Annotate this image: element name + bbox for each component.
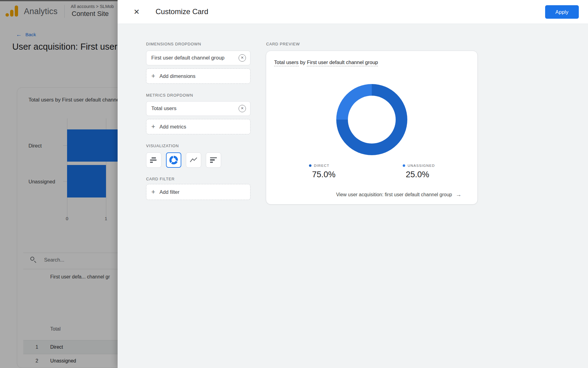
preview-title-dimension[interactable]: First user default channel group (307, 59, 378, 66)
plus-icon: + (151, 72, 155, 80)
plus-icon: + (151, 123, 155, 131)
legend-item-unassigned: UNASSIGNED 25.0% (403, 164, 435, 179)
plus-icon: + (151, 188, 155, 196)
donut-hole (348, 96, 396, 144)
panel-header: ✕ Customize Card Apply (118, 0, 588, 24)
legend-dot-direct (309, 164, 311, 167)
dimension-chip-label: First user default channel group (151, 55, 239, 61)
preview-card-title: Total usersbyFirst user default channel … (274, 59, 378, 65)
bar-chart-icon (150, 157, 157, 163)
card-filter-section-label: CARD FILTER (146, 177, 175, 181)
legend-item-direct: DIRECT 75.0% (309, 164, 336, 179)
donut-chart-icon (169, 156, 178, 164)
viz-line-chart-button[interactable] (186, 152, 201, 168)
add-dimensions-button[interactable]: + Add dimensions (146, 68, 251, 84)
close-icon: ✕ (134, 8, 140, 16)
legend-value-direct: 75.0% (312, 170, 336, 179)
remove-dimension-icon[interactable]: ✕ (239, 54, 246, 62)
remove-metric-icon[interactable]: ✕ (239, 105, 246, 112)
dimensions-section-label: DIMENSIONS DROPDOWN (146, 42, 201, 46)
metric-chip-label: Total users (151, 105, 239, 112)
donut-chart (336, 84, 407, 155)
add-filter-button[interactable]: + Add filter (146, 184, 251, 200)
visualization-options (146, 152, 221, 168)
viz-donut-chart-button[interactable] (166, 152, 181, 168)
metrics-section-label: METRICS DROPDOWN (146, 93, 193, 98)
view-report-link[interactable]: View user acquisition: first user defaul… (336, 191, 462, 198)
close-button[interactable]: ✕ (130, 6, 143, 18)
customize-card-panel: ✕ Customize Card Apply DIMENSIONS DROPDO… (118, 0, 588, 368)
card-preview-section-label: CARD PREVIEW (266, 42, 300, 46)
viz-bar-chart-button[interactable] (146, 152, 161, 168)
panel-title: Customize Card (156, 7, 208, 16)
card-preview: Total usersbyFirst user default channel … (266, 51, 478, 205)
apply-button[interactable]: Apply (545, 5, 579, 19)
legend-dot-unassigned (403, 164, 405, 167)
dimension-chip[interactable]: First user default channel group ✕ (146, 51, 251, 65)
arrow-right-icon: → (456, 191, 462, 198)
table-icon (210, 157, 217, 163)
legend-value-unassigned: 25.0% (406, 170, 435, 179)
add-metrics-button[interactable]: + Add metrics (146, 119, 251, 134)
metric-chip[interactable]: Total users ✕ (146, 101, 251, 116)
panel-body: DIMENSIONS DROPDOWN First user default c… (118, 24, 588, 368)
viz-table-button[interactable] (206, 152, 221, 168)
preview-title-metric[interactable]: Total users (274, 59, 299, 66)
line-chart-icon (190, 157, 198, 163)
visualization-section-label: VISUALIZATION (146, 144, 179, 148)
